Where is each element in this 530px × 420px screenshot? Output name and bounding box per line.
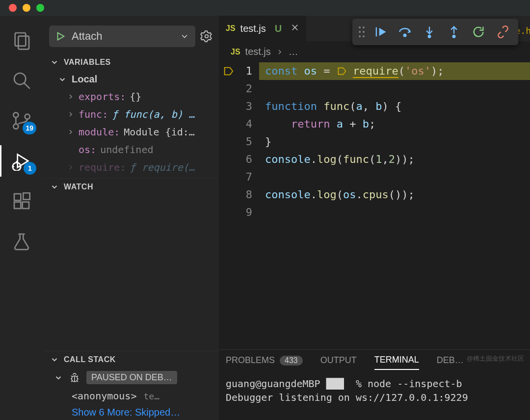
panel-tab-debug-console[interactable]: DEB… [437, 355, 464, 369]
svg-point-4 [13, 112, 18, 117]
activity-explorer[interactable] [11, 29, 32, 51]
editor-tab-test-js[interactable]: JS test.js U [219, 16, 306, 41]
svg-point-30 [359, 35, 361, 37]
code-line-2[interactable] [259, 80, 530, 98]
svg-rect-15 [23, 193, 29, 199]
line-numbers: 123456789 [238, 62, 259, 349]
svg-marker-41 [225, 68, 233, 75]
terminal-output[interactable]: guang@guangdeMBP ███ % node --inspect-b … [219, 370, 530, 420]
paused-badge: PAUSED ON DEB… [86, 371, 177, 384]
debug-config-selector[interactable]: Attach [49, 26, 195, 47]
activity-testing[interactable] [11, 231, 32, 252]
play-icon [55, 31, 66, 42]
search-icon [12, 71, 31, 90]
callstack-section-header[interactable]: CALL STACK [43, 351, 219, 368]
step-over-icon [398, 25, 412, 39]
code-line-7[interactable] [259, 168, 530, 186]
drag-handle-icon[interactable] [357, 26, 366, 38]
code-line-3[interactable]: function func(a, b) { [259, 98, 530, 115]
watch-section: WATCH [43, 178, 219, 351]
titlebar [0, 0, 530, 16]
code-line-6[interactable]: console.log(func(1,2)); [259, 151, 530, 168]
step-into-icon [423, 25, 436, 39]
inline-pointer-icon [337, 66, 346, 76]
extensions-icon [12, 191, 31, 211]
svg-point-36 [428, 35, 431, 38]
debug-toolbar [352, 19, 518, 45]
gear-icon[interactable] [200, 30, 213, 43]
variable-row[interactable]: module: Module {id:… [43, 123, 219, 141]
watermark: @稀土掘金技术社区 [467, 354, 524, 363]
minimize-window-button[interactable] [23, 4, 30, 12]
editor-area: e.h JS test.js U JS test.js [219, 16, 530, 420]
svg-point-38 [453, 35, 455, 38]
svg-line-24 [71, 381, 73, 382]
close-tab-button[interactable] [291, 22, 299, 35]
js-file-icon: JS [226, 24, 236, 33]
chevron-down-icon [50, 183, 59, 191]
svg-point-26 [359, 26, 361, 28]
panel-tab-output[interactable]: OUTPUT [320, 355, 357, 369]
restart-button[interactable] [468, 22, 489, 42]
chevron-right-icon [276, 48, 284, 56]
continue-button[interactable] [370, 22, 391, 42]
variable-row[interactable]: require: ƒ require(… [43, 158, 219, 176]
disconnect-button[interactable] [493, 22, 513, 42]
files-icon [12, 30, 31, 50]
variable-row[interactable]: exports: {} [43, 88, 219, 105]
step-out-icon [447, 25, 461, 39]
callstack-thread[interactable]: PAUSED ON DEB… [43, 368, 219, 387]
chevron-down-icon [54, 373, 63, 382]
svg-rect-14 [23, 202, 29, 209]
variables-section-header[interactable]: VARIABLES [43, 54, 219, 71]
svg-point-6 [25, 114, 30, 119]
bug-icon [69, 372, 80, 384]
svg-line-23 [77, 376, 78, 377]
step-into-button[interactable] [419, 22, 440, 42]
activity-search[interactable] [11, 70, 32, 91]
code-line-9[interactable] [259, 204, 530, 221]
chevron-right-icon [67, 93, 75, 101]
callstack-frame[interactable]: <anonymous> te… [43, 387, 219, 405]
debug-config-name: Attach [72, 30, 174, 43]
close-window-button[interactable] [9, 4, 17, 12]
svg-marker-42 [338, 68, 345, 74]
watch-section-header[interactable]: WATCH [50, 183, 212, 191]
chevron-right-icon [67, 110, 75, 118]
execution-pointer-icon [223, 66, 234, 77]
panel-tab-problems[interactable]: PROBLEMS 433 [226, 355, 303, 369]
scm-badge: 19 [23, 122, 36, 134]
chevron-down-icon [180, 31, 189, 41]
callstack-show-more[interactable]: Show 6 More: Skipped… [43, 405, 219, 420]
activity-extensions[interactable] [11, 190, 32, 212]
activity-run-debug[interactable]: 1 [11, 150, 32, 172]
code-line-5[interactable]: } [259, 133, 530, 151]
code-line-4[interactable]: return a + b; [259, 115, 530, 133]
chevron-down-icon [50, 58, 59, 67]
svg-line-25 [77, 381, 78, 382]
debug-sidebar: Attach VARIABLES Local exports: {} func: [43, 16, 219, 420]
code-line-1[interactable]: const os = require('os'); [259, 62, 530, 80]
maximize-window-button[interactable] [36, 4, 44, 12]
continue-icon [373, 25, 387, 39]
svg-point-27 [363, 26, 365, 28]
svg-point-28 [359, 31, 361, 33]
git-status-badge: U [275, 23, 282, 34]
debug-badge: 1 [24, 162, 36, 175]
variable-scope-local[interactable]: Local [43, 71, 219, 88]
step-over-button[interactable] [395, 22, 415, 42]
activity-source-control[interactable]: 19 [11, 110, 32, 131]
svg-point-5 [13, 124, 18, 129]
svg-rect-1 [18, 36, 29, 50]
panel-tab-terminal[interactable]: TERMINAL [374, 355, 419, 370]
code-line-8[interactable]: console.log(os.cpus()); [259, 186, 530, 204]
svg-point-17 [205, 35, 209, 38]
activity-bar: 19 1 [0, 16, 43, 420]
variable-row[interactable]: func: ƒ func(a, b) … [43, 105, 219, 123]
svg-rect-12 [14, 194, 21, 200]
step-out-button[interactable] [444, 22, 464, 42]
variable-row[interactable]: os: undefined [43, 141, 219, 158]
js-file-icon: JS [231, 48, 240, 56]
chevron-right-icon [67, 128, 75, 136]
code-editor[interactable]: 123456789 const os = require('os'); func… [219, 62, 530, 349]
